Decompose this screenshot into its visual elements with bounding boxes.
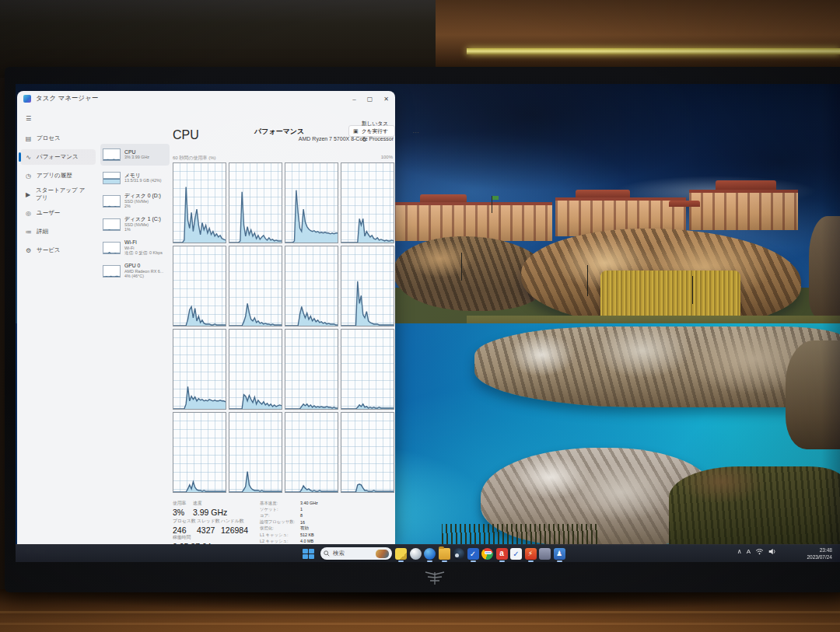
background-bright-line: [467, 48, 840, 54]
wallpaper-flag: [492, 196, 499, 200]
sidebar-item-app-history[interactable]: ◷アプリの履歴: [20, 168, 96, 183]
sidebar-item-label: パフォーマンス: [37, 153, 79, 161]
spec-value: 16: [300, 520, 305, 525]
cpu-core-graph: [285, 162, 338, 243]
tray-chevron-icon[interactable]: ∧: [737, 548, 742, 555]
blue-figure-icon[interactable]: ♟: [554, 548, 565, 560]
graph-max-label: 100%: [381, 155, 393, 159]
cpu-core-graph: [285, 246, 338, 326]
spec-label: コア:: [260, 513, 300, 519]
more-options-button[interactable]: …: [412, 127, 420, 134]
run-new-task-button[interactable]: ▣ 新しいタスクを実行する: [348, 125, 395, 137]
taskbar-clock[interactable]: 23:48 2023/07/24: [807, 546, 832, 560]
blue-orb-icon[interactable]: [424, 548, 436, 560]
stat-label: プロセス数: [173, 518, 196, 525]
perf-item-sub2: 送信: 0 受信: 0 Kbps: [124, 250, 163, 256]
chrome-icon[interactable]: [481, 548, 493, 560]
wallpaper-buildings-left: [394, 202, 552, 241]
stat-label: 速度: [193, 500, 227, 507]
search-icon: [324, 550, 330, 557]
cpu-spec-row: 仮想化:有効: [260, 526, 392, 532]
wifi-thumbnail-graph: [103, 242, 121, 254]
cpu-core-graph: [341, 329, 394, 410]
search-highlight-image: [376, 550, 389, 558]
spec-label: L1 キャッシュ:: [260, 532, 300, 538]
sidebar-item-label: ユーザー: [37, 209, 60, 217]
cpu-core-graph: [229, 412, 282, 493]
sidebar-item-users[interactable]: ◎ユーザー: [20, 205, 96, 221]
stat-label: 使用率: [173, 500, 186, 507]
ime-indicator[interactable]: A: [747, 548, 751, 555]
cpu-core-graph: [285, 329, 338, 410]
background-wall-left: [0, 0, 482, 78]
task-manager-icon: [23, 95, 31, 103]
cpu-core-graph: [229, 329, 282, 410]
spec-label: 基本速度:: [260, 501, 300, 506]
blue-check-icon[interactable]: ✓: [467, 548, 479, 560]
red-a-icon[interactable]: a: [496, 548, 508, 560]
cpu-spec-row: ソケット:1: [260, 506, 392, 512]
spec-label: L2 キャッシュ:: [260, 539, 300, 544]
perf-list-item-memory[interactable]: メモリ13.5/31.9 GB (42%): [100, 167, 170, 189]
search-box[interactable]: 検索: [320, 547, 392, 560]
cpu-spec-list: 基本速度:3.40 GHzソケット:1コア:8論理プロセッサ数:16仮想化:有効…: [260, 500, 392, 551]
background-wood-right: [436, 0, 840, 78]
minimize-button[interactable]: –: [352, 96, 355, 103]
cpu-core-graph: [341, 162, 394, 243]
perf-item-sub2: 2%: [124, 204, 161, 209]
perf-list-item-cpu[interactable]: CPU3% 3.99 GHz: [100, 144, 170, 166]
stat-label: スレッド数: [197, 518, 220, 525]
folder-icon[interactable]: [439, 548, 450, 560]
sidebar-item-performance[interactable]: ∿パフォーマンス: [20, 149, 96, 165]
wallpaper-grass-tufts: [442, 524, 597, 544]
cpu-spec-row: 基本速度:3.40 GHz: [260, 500, 392, 506]
orange-flame-icon[interactable]: ⚡: [525, 548, 537, 560]
cpu-thumbnail-graph: [103, 148, 121, 161]
cpu-processor-name: AMD Ryzen 7 5700X 8-Core Processor: [299, 136, 394, 141]
xbox-icon[interactable]: [410, 548, 422, 560]
performance-device-list: CPU3% 3.99 GHzメモリ13.5/31.9 GB (42%)ディスク …: [99, 106, 171, 544]
titlebar[interactable]: タスク マネージャー – ▢ ✕: [17, 91, 395, 106]
sidebar-item-details[interactable]: ≔詳細: [20, 224, 96, 239]
cpu-core-graph: [341, 412, 394, 493]
spec-label: 仮想化:: [260, 526, 300, 531]
wallpaper-yellow-reeds: [600, 271, 740, 322]
close-button[interactable]: ✕: [383, 96, 389, 103]
cpu-heading: CPU: [173, 128, 199, 142]
maximize-button[interactable]: ▢: [367, 96, 373, 103]
perf-list-item-gpu0[interactable]: GPU 0AMD Radeon RX 6...4% (46°C): [100, 260, 170, 282]
sidebar-item-startup-apps[interactable]: ▶スタートアップ アプリ: [20, 187, 96, 202]
perf-list-item-disk0[interactable]: ディスク 0 (D:)SSD (NVMe)2%: [100, 190, 170, 212]
gpu0-thumbnail-graph: [103, 265, 121, 278]
nav-menu-button[interactable]: ☰: [20, 110, 96, 126]
spec-label: ソケット:: [260, 507, 300, 512]
cpu-spec-row: L1 キャッシュ:512 KB: [260, 532, 392, 538]
wallpaper-roof: [669, 201, 700, 207]
wallpaper-lamppost: [461, 253, 462, 281]
wallpaper-roof: [420, 194, 467, 202]
perf-list-item-wifi[interactable]: Wi-FiWi-Fi送信: 0 受信: 0 Kbps: [100, 237, 170, 259]
nav-rail: ☰ ▤プロセス∿パフォーマンス◷アプリの履歴▶スタートアップ アプリ◎ユーザー≔…: [17, 106, 99, 544]
white-check-icon[interactable]: ✓: [510, 548, 522, 560]
stat-label: 稼働時間: [173, 534, 212, 541]
cpu-core-graph: [173, 162, 226, 243]
sidebar-item-processes[interactable]: ▤プロセス: [20, 131, 96, 146]
gray-app-icon[interactable]: [539, 548, 551, 560]
run-new-task-icon: ▣: [353, 128, 359, 134]
clock-time: 23:48: [807, 546, 832, 553]
steam-icon[interactable]: [453, 548, 464, 560]
wallpaper-foreground-grass: [669, 466, 840, 544]
start-button[interactable]: [302, 548, 314, 560]
sidebar-item-services[interactable]: ⚙サービス: [20, 243, 96, 258]
sidebar-item-label: サービス: [37, 246, 61, 254]
app-history-icon: ◷: [25, 173, 32, 180]
wallpaper-roof: [576, 190, 630, 197]
yellow-notes-icon[interactable]: [395, 548, 407, 560]
cpu-panel: パフォーマンス ▣ 新しいタスクを実行する … CPU AMD Ryzen 7 …: [171, 106, 395, 544]
task-manager-window: タスク マネージャー – ▢ ✕ ☰ ▤プロセス∿パフォーマンス◷アプリの履歴▶…: [17, 91, 395, 544]
wallpaper-right-shore: [786, 340, 840, 449]
system-tray[interactable]: ∧ A: [737, 548, 776, 555]
perf-list-item-disk1[interactable]: ディスク 1 (C:)SSD (NVMe)1%: [100, 214, 170, 236]
cpu-spec-row: コア:8: [260, 512, 392, 519]
cpu-core-graph: [229, 162, 282, 243]
